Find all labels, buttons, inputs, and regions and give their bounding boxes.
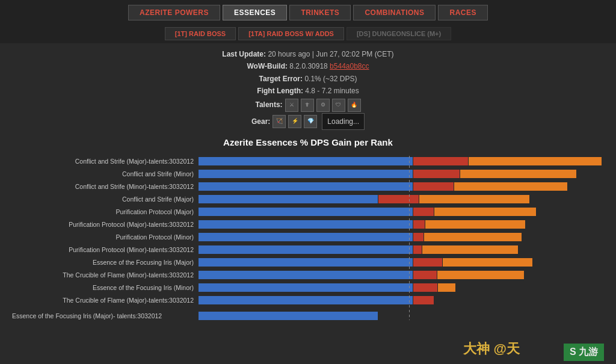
wow-build-label: WoW-Build:	[247, 62, 288, 70]
bar-red	[378, 195, 419, 203]
bar-row: Essence of the Focusing Iris (Major)	[12, 257, 604, 268]
sub-tab-0[interactable]: [1T] RAID BOSS	[165, 27, 236, 40]
gear-icon-3: 💎	[304, 115, 317, 128]
bar-orange	[434, 208, 536, 216]
gear-label: Gear:	[251, 116, 270, 128]
bar-row: Conflict and Strife (Minor)-talents:3032…	[12, 181, 604, 192]
bars-area	[199, 219, 604, 230]
gear-icon-2: ⚡	[288, 115, 301, 128]
bar-red	[413, 296, 434, 304]
loading-tooltip: Loading...	[322, 113, 365, 130]
chart-title: Azerite Essences % DPS Gain per Rank	[12, 137, 604, 147]
bars-area	[199, 194, 604, 205]
chart-container: Conflict and Strife (Major)-talents:3032…	[12, 156, 604, 324]
bar-row: The Crucible of Flame (Major)-talents:30…	[12, 295, 604, 306]
target-error-value: 0.1% (~32 DPS)	[304, 75, 357, 83]
fight-length-value: 4.8 - 7.2 minutes	[305, 87, 359, 95]
bar-blue	[199, 245, 413, 254]
bar-row: Conflict and Strife (Major)-talents:3032…	[12, 156, 604, 167]
bar-orange	[469, 157, 602, 165]
bar-label: Purification Protocol (Major)-talents:30…	[12, 221, 199, 228]
bar-label: Purification Protocol (Minor)-talents:30…	[12, 246, 199, 253]
top-nav: AZERITE POWERSESSENCESTRINKETSCOMBINATIO…	[0, 0, 616, 43]
bar-label: The Crucible of Flame (Major)-talents:30…	[12, 297, 199, 304]
bar-row: Purification Protocol (Minor)	[12, 232, 604, 242]
bar-blue	[199, 157, 413, 165]
wow-build-value: 8.2.0.30918	[289, 62, 327, 70]
bar-orange	[454, 182, 567, 191]
bar-blue	[199, 195, 378, 203]
bars-area	[199, 156, 604, 167]
talents-label: Talents:	[255, 99, 282, 111]
bars-area	[199, 295, 604, 306]
bar-orange	[425, 220, 525, 229]
bar-label: Essence of the Focusing Iris (Major)- ta…	[12, 307, 199, 324]
talent-icon-5: 🔥	[348, 99, 361, 112]
bar-orange	[419, 195, 529, 203]
sub-tab-1[interactable]: [1TA] RAID BOSS W/ ADDS	[238, 27, 344, 40]
tab-azerite-powers[interactable]: AZERITE POWERS	[128, 5, 220, 20]
bar-label: Conflict and Strife (Major)-talents:3032…	[12, 158, 199, 165]
bars-area	[199, 282, 604, 293]
tab-essences[interactable]: ESSENCES	[223, 5, 287, 20]
bar-blue	[199, 220, 413, 229]
bar-orange	[422, 245, 518, 254]
bars-area	[199, 181, 604, 192]
wow-build-row: WoW-Build: 8.2.0.30918 b544a0b8cc	[0, 60, 616, 72]
bar-blue	[199, 182, 413, 191]
bars-area	[199, 270, 604, 280]
bar-orange	[460, 170, 576, 178]
bars-area	[199, 168, 604, 179]
bar-blue	[199, 312, 378, 320]
bar-red	[413, 271, 437, 279]
bars-area	[199, 244, 604, 255]
sub-tab-2[interactable]: [DS] DUNGEONSLICE (M+)	[346, 27, 451, 40]
last-update-label: Last Update:	[222, 50, 266, 58]
bar-blue	[199, 170, 413, 178]
bar-red	[413, 258, 442, 267]
tab-races[interactable]: RACES	[438, 5, 488, 20]
bar-red	[413, 170, 460, 178]
bar-blue	[199, 258, 413, 267]
bars-area	[199, 232, 604, 242]
last-update-row: Last Update: 20 hours ago | Jun 27, 02:0…	[0, 48, 616, 60]
bar-row: Conflict and Strife (Minor)	[12, 168, 604, 179]
bar-label: Essence of the Focusing Iris (Minor)	[12, 284, 199, 291]
bar-row: Purification Protocol (Minor)-talents:30…	[12, 244, 604, 255]
watermark-dagod: 大神 @天	[463, 340, 520, 358]
bar-row: Conflict and Strife (Major)	[12, 194, 604, 205]
main-tabs: AZERITE POWERSESSENCESTRINKETSCOMBINATIO…	[0, 0, 616, 24]
talent-icon-2: 🗡	[301, 99, 314, 112]
bar-blue	[199, 208, 413, 216]
bar-row: The Crucible of Flame (Minor)-talents:30…	[12, 270, 604, 280]
bar-row: Essence of the Focusing Iris (Major)- ta…	[12, 307, 604, 324]
tab-combinations[interactable]: COMBINATIONS	[353, 5, 436, 20]
bar-label: Purification Protocol (Major)	[12, 208, 199, 215]
bar-red	[413, 233, 424, 241]
bar-orange	[438, 283, 455, 292]
bar-red	[413, 208, 434, 216]
info-panel: Last Update: 20 hours ago | Jun 27, 02:0…	[0, 43, 616, 134]
gear-icon-1: 🏹	[273, 115, 286, 128]
bar-orange	[443, 258, 532, 267]
bar-orange	[437, 271, 524, 279]
target-error-row: Target Error: 0.1% (~32 DPS)	[0, 73, 616, 85]
bar-red	[413, 283, 437, 292]
watermark-jiuyou: S 九游	[564, 344, 604, 361]
bar-blue	[199, 296, 413, 304]
bar-red	[413, 157, 468, 165]
gear-row: Gear: 🏹 ⚡ 💎 Loading...	[0, 113, 616, 130]
bar-blue	[199, 283, 413, 292]
tab-trinkets[interactable]: TRINKETS	[289, 5, 351, 20]
talent-icon-1: ⚔	[285, 99, 298, 112]
bar-row: Purification Protocol (Major)-talents:30…	[12, 219, 604, 230]
talent-icon-3: ⚙	[316, 99, 330, 112]
bar-row: Purification Protocol (Major)	[12, 206, 604, 217]
bar-red	[413, 245, 422, 254]
wow-build-hash[interactable]: b544a0b8cc	[330, 62, 369, 70]
bar-red	[413, 182, 454, 191]
target-error-label: Target Error:	[259, 75, 303, 83]
bar-red	[413, 220, 425, 229]
bar-label: Conflict and Strife (Minor)	[12, 170, 199, 177]
bar-label: The Crucible of Flame (Minor)-talents:30…	[12, 271, 199, 279]
